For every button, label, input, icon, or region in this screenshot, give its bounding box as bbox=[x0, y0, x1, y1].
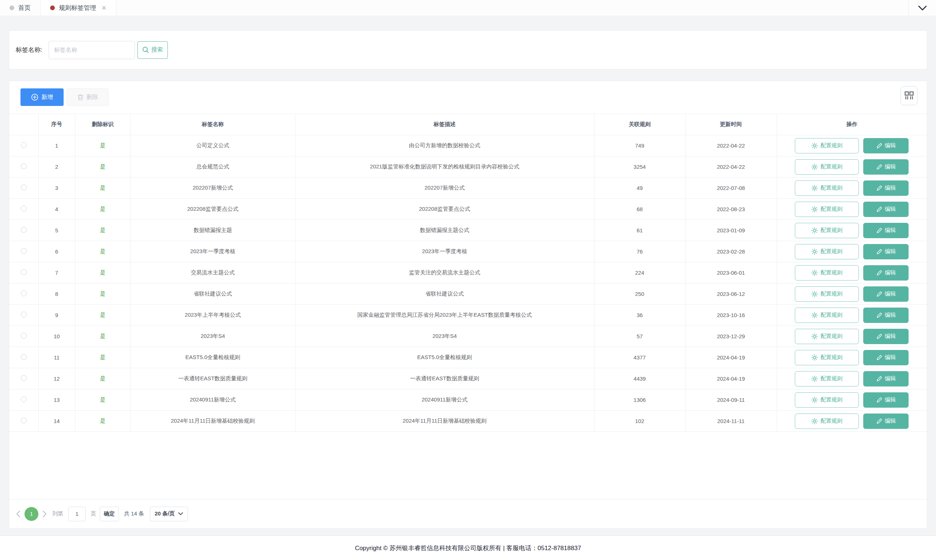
main-panel: 新增 删除 序号 删除标识 标签名称 标签描述 关联规则 更新时 bbox=[9, 81, 927, 529]
cell-tag-name: 202207新增公式 bbox=[131, 177, 295, 199]
config-rules-button[interactable]: 配置规则 bbox=[795, 223, 859, 238]
cell-seq: 6 bbox=[39, 241, 75, 262]
config-rules-button[interactable]: 配置规则 bbox=[795, 350, 859, 365]
goto-suffix-label: 页 bbox=[91, 510, 96, 517]
pencil-icon bbox=[876, 312, 882, 318]
config-rules-button[interactable]: 配置规则 bbox=[795, 202, 859, 217]
cell-tag-name: 一表通转EAST数据质量规则 bbox=[131, 368, 295, 389]
edit-button-label: 编辑 bbox=[885, 248, 896, 255]
config-rules-label: 配置规则 bbox=[820, 312, 842, 318]
config-rules-button[interactable]: 配置规则 bbox=[795, 308, 859, 323]
goto-page-input[interactable] bbox=[68, 507, 86, 521]
cell-tag-name: 公司定义公式 bbox=[131, 135, 295, 156]
table-row: 10 是 2023年S4 2023年S4 57 2023-12-29 配置规则 … bbox=[9, 326, 927, 347]
config-rules-button[interactable]: 配置规则 bbox=[795, 286, 859, 302]
prev-page-button[interactable] bbox=[13, 510, 24, 518]
tabs-collapse-button[interactable] bbox=[908, 0, 936, 16]
edit-button[interactable]: 编辑 bbox=[863, 265, 908, 280]
edit-button[interactable]: 编辑 bbox=[863, 414, 908, 429]
row-radio[interactable] bbox=[21, 333, 27, 338]
row-radio[interactable] bbox=[21, 163, 27, 169]
row-radio[interactable] bbox=[21, 417, 27, 423]
edit-button[interactable]: 编辑 bbox=[863, 392, 908, 408]
config-rules-button[interactable]: 配置规则 bbox=[795, 329, 859, 344]
next-page-button[interactable] bbox=[39, 510, 50, 518]
edit-button[interactable]: 编辑 bbox=[863, 244, 908, 259]
row-radio[interactable] bbox=[21, 142, 27, 148]
page-size-select[interactable]: 20 条/页 bbox=[150, 507, 188, 521]
cell-tag-desc: 国家金融监管管理总局江苏省分局2023年上半年EAST数据质量考核公式 bbox=[295, 305, 594, 326]
config-rules-button[interactable]: 配置规则 bbox=[795, 244, 859, 259]
columns-grid-icon bbox=[904, 91, 914, 100]
copyright-text: Copyright © 苏州银丰睿哲信息科技有限公司版权所有 | 客服电话：05… bbox=[355, 544, 581, 552]
pencil-icon bbox=[876, 291, 882, 297]
row-radio[interactable] bbox=[21, 291, 27, 296]
edit-button[interactable]: 编辑 bbox=[863, 350, 908, 365]
cell-seq: 4 bbox=[39, 199, 75, 220]
gear-icon bbox=[811, 185, 818, 191]
config-rules-label: 配置规则 bbox=[820, 291, 842, 297]
edit-button[interactable]: 编辑 bbox=[863, 138, 908, 154]
row-radio[interactable] bbox=[21, 269, 27, 275]
page-number-1[interactable]: 1 bbox=[25, 507, 39, 521]
edit-button[interactable]: 编辑 bbox=[863, 202, 908, 217]
edit-button[interactable]: 编辑 bbox=[863, 159, 908, 175]
config-rules-button[interactable]: 配置规则 bbox=[795, 371, 859, 386]
pencil-icon bbox=[876, 164, 882, 170]
delete-button[interactable]: 删除 bbox=[66, 88, 109, 106]
pencil-icon bbox=[876, 355, 882, 360]
cell-delete-flag: 是 bbox=[75, 411, 131, 432]
edit-button-label: 编辑 bbox=[885, 417, 896, 425]
tab-label: 规则标签管理 bbox=[59, 4, 96, 12]
cell-delete-flag: 是 bbox=[75, 199, 131, 220]
row-radio[interactable] bbox=[21, 227, 27, 233]
edit-button[interactable]: 编辑 bbox=[863, 286, 908, 302]
row-radio[interactable] bbox=[21, 185, 27, 190]
cell-delete-flag: 是 bbox=[75, 156, 131, 177]
add-button[interactable]: 新增 bbox=[20, 88, 63, 106]
cell-linked-rules: 224 bbox=[594, 262, 685, 283]
cell-tag-name: 2023年上半年考核公式 bbox=[131, 305, 295, 326]
header-delete-flag: 删除标识 bbox=[75, 114, 131, 135]
cell-seq: 1 bbox=[39, 135, 75, 156]
goto-confirm-button[interactable]: 确定 bbox=[100, 507, 119, 521]
cell-tag-desc: 数据错漏报主题公式 bbox=[295, 220, 594, 241]
config-rules-button[interactable]: 配置规则 bbox=[795, 414, 859, 429]
pencil-icon bbox=[876, 334, 882, 339]
table-row: 14 是 2024年11月11日新增基础校验规则 2024年11月11日新增基础… bbox=[9, 411, 927, 432]
cell-delete-flag: 是 bbox=[75, 262, 131, 283]
config-rules-button[interactable]: 配置规则 bbox=[795, 159, 859, 175]
gear-icon bbox=[811, 312, 818, 318]
cell-linked-rules: 749 bbox=[594, 135, 685, 156]
config-rules-label: 配置规则 bbox=[820, 354, 842, 361]
config-rules-label: 配置规则 bbox=[820, 163, 842, 170]
row-radio[interactable] bbox=[21, 206, 27, 211]
edit-button-label: 编辑 bbox=[885, 269, 896, 276]
row-radio[interactable] bbox=[21, 375, 27, 381]
row-radio[interactable] bbox=[21, 396, 27, 402]
config-rules-button[interactable]: 配置规则 bbox=[795, 392, 859, 408]
search-button[interactable]: 搜索 bbox=[137, 41, 168, 59]
row-radio[interactable] bbox=[21, 354, 27, 360]
cell-seq: 11 bbox=[39, 347, 75, 368]
config-rules-button[interactable]: 配置规则 bbox=[795, 265, 859, 280]
edit-button[interactable]: 编辑 bbox=[863, 180, 908, 196]
pencil-icon bbox=[876, 270, 882, 276]
close-icon[interactable]: × bbox=[102, 4, 106, 12]
tab-home[interactable]: 首页 bbox=[0, 0, 40, 16]
tag-name-input[interactable] bbox=[49, 41, 135, 59]
row-radio[interactable] bbox=[21, 312, 27, 317]
edit-button[interactable]: 编辑 bbox=[863, 308, 908, 323]
edit-button[interactable]: 编辑 bbox=[863, 371, 908, 386]
config-rules-button[interactable]: 配置规则 bbox=[795, 138, 859, 154]
config-rules-button[interactable]: 配置规则 bbox=[795, 180, 859, 196]
row-radio[interactable] bbox=[21, 248, 27, 254]
edit-button[interactable]: 编辑 bbox=[863, 329, 908, 344]
cell-seq: 3 bbox=[39, 177, 75, 199]
cell-linked-rules: 4377 bbox=[594, 347, 685, 368]
cell-updated: 2023-06-01 bbox=[685, 262, 777, 283]
edit-button[interactable]: 编辑 bbox=[863, 223, 908, 238]
table-row: 13 是 20240911新增公式 20240911新增公式 1306 2024… bbox=[9, 389, 927, 411]
tab-rule-tag-management[interactable]: 规则标签管理 × bbox=[40, 0, 116, 16]
column-settings-button[interactable] bbox=[901, 86, 917, 105]
